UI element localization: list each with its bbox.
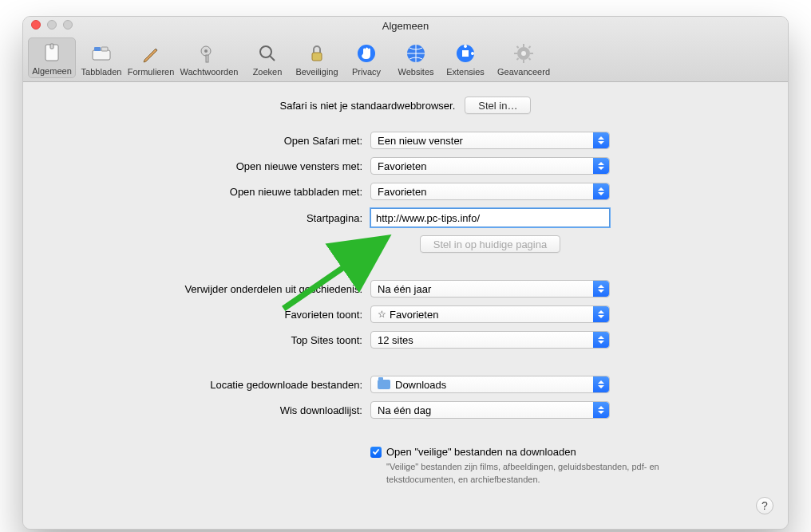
default-browser-banner: Safari is niet je standaardwebbrowser. S…: [55, 97, 756, 114]
row-safe-files: Open "veilige" bestanden na downloaden "…: [55, 446, 756, 487]
tab-label: Zoeken: [253, 67, 283, 77]
svg-rect-20: [516, 45, 520, 49]
tab-label: Algemeen: [32, 66, 72, 76]
label-open-windows: Open nieuwe vensters met:: [55, 160, 370, 172]
label-favorites: Favorieten toont:: [55, 309, 370, 321]
gear-icon: [512, 42, 535, 65]
svg-point-6: [204, 49, 208, 53]
select-value: 12 sites: [378, 334, 413, 346]
select-topsites[interactable]: 12 sites: [370, 331, 610, 349]
tab-advanced[interactable]: Geavanceerd: [491, 37, 556, 78]
minimize-window-button[interactable]: [47, 20, 57, 30]
preferences-window: Algemeen Algemeen Tabbladen Formulieren: [22, 16, 789, 530]
pen-icon: [140, 42, 162, 65]
open-safe-files-checkbox[interactable]: Open "veilige" bestanden na downloaden: [370, 446, 674, 458]
tab-search[interactable]: Zoeken: [243, 37, 291, 78]
select-open-tabs[interactable]: Favorieten: [370, 183, 610, 200]
label-topsites: Top Sites toont:: [55, 334, 370, 346]
chevron-updown-icon: [593, 332, 609, 348]
set-default-browser-button[interactable]: Stel in…: [465, 97, 531, 114]
svg-rect-16: [523, 44, 524, 47]
key-icon: [198, 42, 220, 65]
traffic-lights: [31, 20, 73, 30]
svg-point-8: [260, 46, 271, 57]
lock-icon: [306, 42, 328, 65]
default-browser-text: Safari is niet je standaardwebbrowser.: [280, 100, 456, 112]
toolbar: Algemeen Tabbladen Formulieren Wachtwoor…: [23, 34, 788, 82]
label-homepage: Startpagina:: [55, 212, 370, 224]
select-value: Favorieten: [390, 309, 438, 321]
tab-label: Privacy: [352, 67, 381, 77]
label-open-tabs: Open nieuwe tabbladen met:: [55, 186, 370, 198]
tab-tabs[interactable]: Tabbladen: [77, 37, 125, 78]
close-window-button[interactable]: [31, 20, 41, 30]
zoom-window-button[interactable]: [63, 20, 73, 30]
chevron-updown-icon: [593, 281, 609, 297]
svg-rect-3: [94, 47, 101, 51]
row-homepage: Startpagina:: [55, 208, 756, 227]
select-download-location[interactable]: Downloads: [370, 376, 610, 393]
select-remove-history[interactable]: Na één jaar: [370, 280, 610, 298]
tab-label: Geavanceerd: [497, 67, 550, 77]
tab-privacy[interactable]: Privacy: [342, 37, 390, 78]
set-to-current-page-button[interactable]: Stel in op huidige pagina: [420, 235, 560, 253]
globe-icon: [405, 42, 427, 65]
general-icon: [41, 41, 63, 64]
row-homepage-button: Stel in op huidige pagina: [55, 235, 756, 253]
tab-extensions[interactable]: Extensies: [441, 37, 489, 78]
select-favorites[interactable]: ☆ Favorieten: [370, 305, 610, 323]
label-open-safari: Open Safari met:: [55, 135, 370, 147]
svg-rect-1: [50, 44, 53, 49]
svg-rect-19: [530, 53, 533, 54]
search-icon: [256, 42, 279, 65]
homepage-input[interactable]: [370, 208, 610, 227]
window-title: Algemeen: [382, 20, 429, 32]
row-open-windows: Open nieuwe vensters met: Favorieten: [55, 157, 756, 175]
content-area: Safari is niet je standaardwebbrowser. S…: [23, 82, 788, 529]
tab-label: Extensies: [446, 67, 485, 77]
star-icon: ☆: [378, 309, 386, 320]
select-value: Een nieuw venster: [378, 135, 463, 147]
svg-point-15: [521, 51, 526, 56]
label-clear-downloads: Wis downloadlijst:: [55, 404, 370, 416]
tab-forms[interactable]: Formulieren: [127, 37, 175, 78]
row-open-tabs: Open nieuwe tabbladen met: Favorieten: [55, 183, 756, 200]
chevron-updown-icon: [593, 158, 609, 174]
label-remove-history: Verwijder onderdelen uit geschiedenis:: [55, 283, 370, 295]
puzzle-icon: [454, 42, 477, 65]
chevron-updown-icon: [593, 306, 609, 322]
svg-rect-21: [528, 57, 532, 61]
tab-label: Beveiliging: [295, 67, 338, 77]
select-open-windows[interactable]: Favorieten: [370, 157, 610, 175]
select-open-safari[interactable]: Een nieuw venster: [370, 132, 610, 149]
svg-rect-23: [516, 57, 520, 61]
svg-rect-2: [93, 50, 110, 60]
tab-security[interactable]: Beveiliging: [293, 37, 341, 78]
tab-label: Websites: [398, 67, 433, 77]
chevron-updown-icon: [593, 132, 609, 148]
svg-line-9: [270, 56, 275, 61]
select-clear-downloads[interactable]: Na één dag: [370, 401, 610, 419]
select-value: Na één jaar: [378, 283, 431, 295]
tab-label: Formulieren: [128, 67, 175, 77]
tabs-icon: [90, 42, 113, 65]
checkbox-checked-icon: [370, 447, 382, 458]
tab-websites[interactable]: Websites: [392, 37, 440, 78]
tab-label: Wachtwoorden: [180, 67, 239, 77]
tab-passwords[interactable]: Wachtwoorden: [176, 37, 242, 78]
tab-general[interactable]: Algemeen: [28, 37, 76, 78]
help-button[interactable]: ?: [756, 497, 773, 514]
row-remove-history: Verwijder onderdelen uit geschiedenis: N…: [55, 280, 756, 298]
svg-rect-10: [312, 53, 322, 61]
svg-rect-18: [514, 53, 517, 54]
hand-icon: [355, 42, 378, 65]
tab-label: Tabbladen: [81, 67, 122, 77]
select-value: Favorieten: [378, 160, 426, 172]
row-topsites: Top Sites toont: 12 sites: [55, 331, 756, 349]
row-open-safari: Open Safari met: Een nieuw venster: [55, 132, 756, 149]
svg-rect-4: [101, 47, 108, 51]
chevron-updown-icon: [593, 183, 609, 199]
row-favorites: Favorieten toont: ☆ Favorieten: [55, 305, 756, 323]
folder-icon: [378, 380, 390, 389]
help-icon: ?: [762, 499, 768, 512]
